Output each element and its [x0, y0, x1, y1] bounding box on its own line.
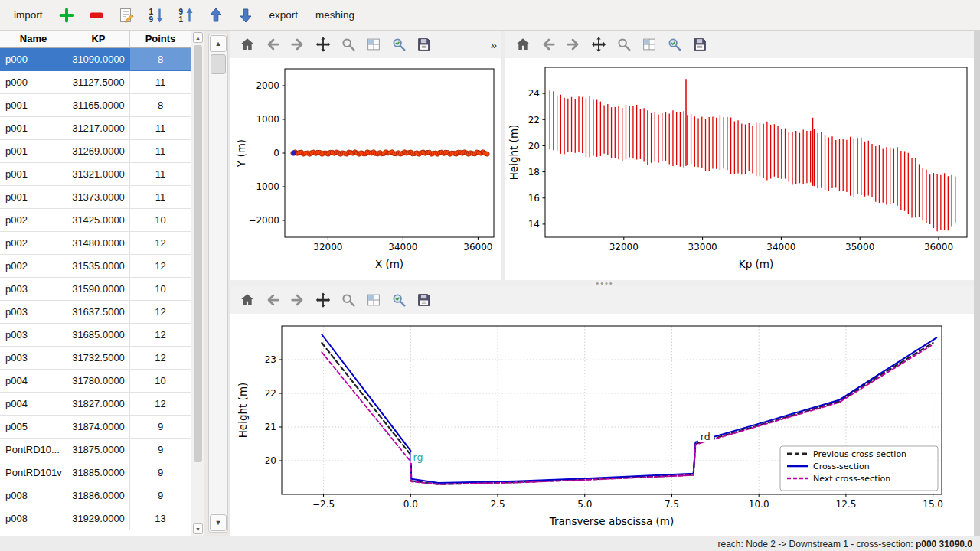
back-button[interactable]	[263, 290, 283, 310]
table-row[interactable]: p00131217.000011	[0, 117, 191, 140]
panel-scrollbar-thumb[interactable]	[211, 54, 226, 74]
table-row[interactable]: p00431827.000012	[0, 393, 191, 416]
table-row[interactable]: p00531874.00009	[0, 416, 191, 439]
table-row[interactable]: p00331637.500012	[0, 301, 191, 324]
forward-button[interactable]	[288, 34, 308, 54]
sort-ascending-button[interactable]: 19	[147, 6, 165, 24]
back-button[interactable]	[538, 34, 558, 54]
svg-text:5.0: 5.0	[577, 499, 592, 510]
cross-section-canvas[interactable]: rgrdPrevious cross-sectionCross-sectionN…	[230, 314, 974, 536]
cell-name: p000	[0, 71, 67, 94]
table-row[interactable]: PontRD101v31885.00009	[0, 461, 191, 484]
table-row[interactable]: p00231480.000012	[0, 232, 191, 255]
import-button[interactable]: import	[11, 5, 46, 24]
customize-icon	[666, 36, 683, 53]
add-cross-section-button[interactable]	[57, 6, 76, 24]
cell-name: p000	[0, 48, 67, 71]
toolbar-overflow-chevron[interactable]: »	[491, 38, 501, 51]
save-button[interactable]	[414, 290, 434, 310]
move-down-button[interactable]	[237, 6, 255, 24]
column-header-kp[interactable]: KP	[67, 31, 130, 48]
table-row[interactable]: p00131269.000011	[0, 140, 191, 163]
back-button[interactable]	[263, 34, 283, 54]
customize-button[interactable]	[665, 34, 684, 54]
cell-kp: 31127.5000	[67, 71, 130, 94]
column-header-name[interactable]: Name	[0, 31, 67, 48]
zoom-button[interactable]	[614, 34, 634, 54]
table-row[interactable]: p00031127.500011	[0, 71, 191, 94]
table-row[interactable]: p00131165.00008	[0, 94, 191, 117]
remove-cross-section-button[interactable]	[87, 6, 106, 24]
splitter-handle: ••••	[596, 282, 613, 285]
svg-text:7.5: 7.5	[665, 499, 679, 510]
move-down-icon	[237, 6, 255, 24]
save-button[interactable]	[414, 34, 434, 54]
table-row[interactable]: p00231425.000010	[0, 209, 191, 232]
customize-button[interactable]	[389, 290, 409, 310]
subplots-button[interactable]	[364, 34, 384, 54]
table-row[interactable]: p00231535.000012	[0, 255, 191, 278]
table-row[interactable]: p00031090.00008	[0, 48, 191, 71]
move-up-button[interactable]	[207, 6, 225, 24]
zoom-button[interactable]	[338, 290, 358, 310]
horizontal-splitter[interactable]: ••••	[230, 280, 980, 286]
svg-text:21: 21	[265, 422, 276, 432]
cell-kp: 31425.0000	[67, 209, 130, 232]
table-scroll-down-button[interactable]: ▼	[193, 523, 203, 534]
table-scrollbar-thumb[interactable]	[194, 45, 202, 462]
svg-text:0: 0	[273, 148, 279, 158]
svg-text:35000: 35000	[845, 242, 874, 253]
panel-scroll-down-button[interactable]: ▼	[210, 514, 227, 531]
table-row[interactable]: p00131373.000011	[0, 186, 191, 209]
pan-button[interactable]	[589, 34, 609, 54]
table-row[interactable]: p00131321.000011	[0, 163, 191, 186]
edit-icon	[117, 6, 136, 24]
column-header-points[interactable]: Points	[130, 31, 191, 48]
panel-scrollbar[interactable]: ▲ ▼	[208, 34, 228, 533]
home-icon	[239, 292, 256, 308]
cell-kp: 31929.0000	[67, 507, 130, 530]
table-header: NameKPPoints	[0, 31, 191, 48]
table-scroll-up-button[interactable]: ▲	[193, 32, 203, 43]
pan-button[interactable]	[313, 34, 333, 54]
customize-button[interactable]	[389, 34, 409, 54]
home-button[interactable]	[513, 34, 533, 54]
meshing-button[interactable]: meshing	[312, 5, 358, 24]
panel-scroll-up-button[interactable]: ▲	[210, 35, 227, 52]
sort-desc-icon: 91	[177, 6, 195, 24]
home-button[interactable]	[237, 290, 257, 310]
save-icon	[416, 36, 433, 53]
cell-name: p003	[0, 324, 67, 347]
plan-view-toolbar: »	[230, 31, 501, 58]
cell-name: p005	[0, 416, 67, 439]
home-button[interactable]	[237, 34, 257, 54]
forward-button[interactable]	[564, 34, 583, 54]
longitudinal-profile-canvas[interactable]: 3200033000340003500036000141618202224Kp …	[505, 58, 974, 280]
plan-view-canvas[interactable]: 320003400036000−2000−1000010002000X (m)Y…	[230, 58, 501, 280]
table-row[interactable]: PontRD10...31875.00009	[0, 439, 191, 461]
cell-points: 11	[130, 163, 191, 186]
table-row[interactable]: p00331685.000012	[0, 324, 191, 347]
svg-text:36000: 36000	[924, 242, 953, 253]
cell-kp: 31827.0000	[67, 393, 130, 416]
forward-button[interactable]	[288, 290, 308, 310]
sort-descending-button[interactable]: 91	[177, 6, 195, 24]
cell-points: 11	[130, 186, 191, 209]
subplots-button[interactable]	[364, 290, 384, 310]
subplots-button[interactable]	[639, 34, 659, 54]
save-button[interactable]	[690, 34, 710, 54]
table-row[interactable]: p00331590.000010	[0, 278, 191, 301]
table-row[interactable]: p00831886.00009	[0, 484, 191, 507]
table-row[interactable]: p00831929.000013	[0, 507, 191, 530]
save-icon	[416, 292, 433, 308]
table-scrollbar[interactable]: ▲ ▼	[191, 31, 204, 536]
table-row[interactable]: p00431780.000010	[0, 370, 191, 393]
pan-button[interactable]	[313, 290, 333, 310]
export-button[interactable]: export	[266, 5, 302, 24]
edit-cross-section-button[interactable]	[117, 6, 136, 24]
sort-asc-icon: 19	[147, 6, 165, 24]
zoom-button[interactable]	[338, 34, 358, 54]
svg-text:rd: rd	[701, 431, 710, 442]
svg-text:24: 24	[528, 88, 540, 99]
table-row[interactable]: p00331732.500012	[0, 347, 191, 370]
